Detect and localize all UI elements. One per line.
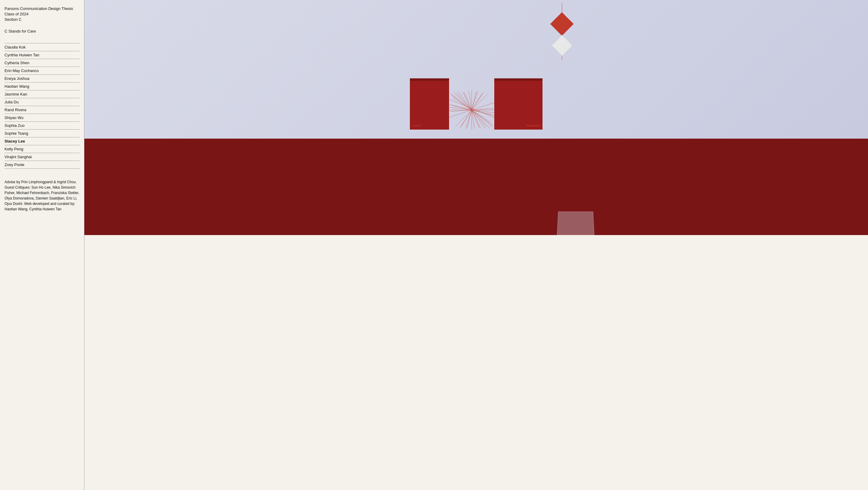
student-list-item[interactable]: Rand Rivera	[4, 106, 80, 114]
credits: Advise by Prin Limphongpand & Ingrid Cho…	[4, 179, 80, 212]
book-lost-in: Lost in	[410, 78, 449, 130]
hanging-books	[554, 3, 570, 60]
sidebar-title: Parsons Communication Design Thesis Clas…	[4, 6, 80, 23]
dark-red-section	[84, 139, 868, 235]
book-hanging-white	[551, 35, 572, 56]
student-list-item[interactable]: Shiyao Wu	[4, 114, 80, 121]
book-translation: Translation	[494, 78, 542, 130]
book-right-label: Translation	[526, 124, 540, 127]
student-list-item[interactable]: Cytheria Shen	[4, 59, 80, 67]
student-list-item[interactable]: Sophie Tsang	[4, 129, 80, 137]
student-list-item[interactable]: Julia Du	[4, 98, 80, 106]
student-list-item[interactable]: Erin May Cochanco	[4, 67, 80, 74]
student-list: Claudia KokCynthia Huiwen TanCytheria Sh…	[4, 43, 80, 169]
student-list-item[interactable]: Claudia Kok	[4, 43, 80, 51]
student-list-item[interactable]: Virajini Sanghai	[4, 153, 80, 161]
student-list-item[interactable]: Jasmine Kan	[4, 90, 80, 98]
main-content: Lost in	[84, 0, 868, 490]
book-hanging-red	[550, 12, 574, 36]
acrylic-stand	[557, 212, 594, 235]
hero-image-1: Lost in	[84, 0, 868, 139]
ground-books: Lost in	[410, 78, 542, 130]
student-list-item[interactable]: Sophia Zuo	[4, 121, 80, 129]
sidebar-subtitle: C Stands for Care	[4, 29, 80, 34]
title-line2: Section C	[4, 17, 22, 22]
student-list-item[interactable]: Stacey Lee	[4, 137, 80, 145]
threads-svg	[447, 90, 496, 130]
book-left-label: Lost in	[412, 124, 421, 127]
student-list-item[interactable]: Kelly Peng	[4, 145, 80, 153]
student-list-item[interactable]: Eneya Joshua	[4, 74, 80, 82]
student-list-item[interactable]: Cynthia Huiwen Tan	[4, 51, 80, 59]
title-line1: Parsons Communication Design Thesis Clas…	[4, 6, 73, 16]
book-middle-threads	[449, 90, 494, 130]
book-art: Lost in	[84, 0, 868, 139]
student-list-item[interactable]: Zoey Poole	[4, 161, 80, 169]
sidebar: Parsons Communication Design Thesis Clas…	[0, 0, 84, 490]
student-list-item[interactable]: Haotian Wang	[4, 82, 80, 90]
